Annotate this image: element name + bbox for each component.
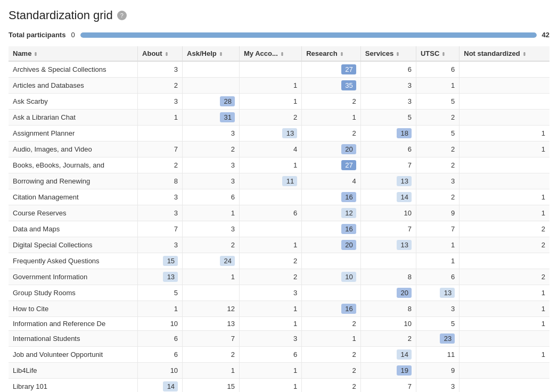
cell-not_std: 2 — [459, 221, 549, 237]
cell-utsc: 9 — [416, 363, 459, 379]
table-row: Job and Volunteer Opportunit626214111 — [9, 347, 549, 363]
cell-about: 7 — [138, 141, 183, 157]
col-header-name[interactable]: Name⇕ — [9, 46, 138, 61]
cell-myacco: 2 — [239, 110, 301, 126]
sort-icon: ⇕ — [396, 52, 400, 57]
cell-name: Job and Volunteer Opportunit — [9, 347, 138, 363]
progress-label: Total participants — [9, 31, 65, 39]
cell-not_std — [459, 61, 549, 78]
cell-services: 7 — [360, 379, 416, 393]
cell-name: Course Reserves — [9, 205, 138, 221]
col-header-not_standardized[interactable]: Not standardized⇕ — [459, 46, 549, 61]
col-header-about[interactable]: About⇕ — [138, 46, 183, 61]
cell-not_std — [459, 94, 549, 110]
table-row: Course Reserves316121091 — [9, 205, 549, 221]
cell-utsc: 1 — [416, 78, 459, 94]
cell-utsc: 3 — [416, 173, 459, 189]
cell-not_std — [459, 379, 549, 393]
cell-myacco: 6 — [239, 205, 301, 221]
cell-about: 3 — [138, 61, 183, 78]
progress-min: 0 — [71, 31, 75, 39]
cell-myacco: 1 — [239, 157, 301, 173]
sort-icon: ⇕ — [34, 52, 38, 57]
cell-services: 10 — [360, 317, 416, 331]
table-row: Ask Scarby3281235 — [9, 94, 549, 110]
cell-askhelp: 2 — [183, 347, 240, 363]
col-header-myacco[interactable]: My Acco...⇕ — [239, 46, 301, 61]
col-header-utsc[interactable]: UTSC⇕ — [416, 46, 459, 61]
cell-research: 12 — [302, 205, 361, 221]
sort-icon: ⇕ — [280, 52, 284, 57]
cell-not_std: 2 — [459, 269, 549, 285]
cell-myacco: 1 — [239, 379, 301, 393]
cell-about: 3 — [138, 205, 183, 221]
col-header-askhelp[interactable]: Ask/Help⇕ — [183, 46, 240, 61]
help-icon[interactable]: ? — [117, 11, 127, 20]
cell-utsc: 13 — [416, 285, 459, 301]
col-header-services[interactable]: Services⇕ — [360, 46, 416, 61]
cell-about: 3 — [138, 237, 183, 253]
cell-askhelp: 1 — [183, 269, 240, 285]
cell-services: 10 — [360, 205, 416, 221]
cell-utsc: 2 — [416, 157, 459, 173]
cell-myacco — [239, 61, 301, 78]
cell-utsc: 11 — [416, 347, 459, 363]
cell-research — [302, 253, 361, 269]
cell-name: Data and Maps — [9, 221, 138, 237]
cell-name: International Students — [9, 331, 138, 347]
cell-about: 10 — [138, 363, 183, 379]
standardization-table: Name⇕About⇕Ask/Help⇕My Acco...⇕Research⇕… — [9, 46, 549, 392]
cell-research: 2 — [302, 347, 361, 363]
cell-askhelp: 2 — [183, 141, 240, 157]
cell-name: Information and Reference De — [9, 317, 138, 331]
cell-not_std — [459, 173, 549, 189]
table-row: Group Study Rooms5320131 — [9, 285, 549, 301]
cell-myacco: 6 — [239, 347, 301, 363]
cell-askhelp — [183, 285, 240, 301]
cell-research: 1 — [302, 110, 361, 126]
cell-not_std — [459, 110, 549, 126]
progress-section: Total participants 0 42 — [9, 31, 549, 39]
table-row: Articles and Databases213531 — [9, 78, 549, 94]
cell-not_std: 2 — [459, 237, 549, 253]
sort-icon: ⇕ — [340, 52, 344, 57]
cell-about: 1 — [138, 110, 183, 126]
cell-name: Ask a Librarian Chat — [9, 110, 138, 126]
cell-myacco: 1 — [239, 237, 301, 253]
cell-utsc: 3 — [416, 301, 459, 317]
cell-research: 2 — [302, 94, 361, 110]
col-header-research[interactable]: Research⇕ — [302, 46, 361, 61]
table-row: How to Cite112116831 — [9, 301, 549, 317]
cell-myacco: 1 — [239, 317, 301, 331]
table-row: Lib4Life10112199 — [9, 363, 549, 379]
cell-research: 2 — [302, 363, 361, 379]
cell-askhelp: 12 — [183, 301, 240, 317]
cell-not_std — [459, 331, 549, 347]
cell-utsc: 2 — [416, 110, 459, 126]
table-container: Name⇕About⇕Ask/Help⇕My Acco...⇕Research⇕… — [9, 46, 549, 392]
cell-about — [138, 126, 183, 141]
cell-about: 2 — [138, 157, 183, 173]
cell-research: 1 — [302, 331, 361, 347]
cell-utsc: 1 — [416, 253, 459, 269]
cell-name: Assignment Planner — [9, 126, 138, 141]
cell-name: Library 101 — [9, 379, 138, 393]
cell-askhelp: 3 — [183, 157, 240, 173]
cell-utsc: 9 — [416, 205, 459, 221]
cell-services: 14 — [360, 347, 416, 363]
cell-about: 5 — [138, 285, 183, 301]
cell-myacco: 3 — [239, 331, 301, 347]
cell-askhelp — [183, 78, 240, 94]
cell-utsc: 6 — [416, 61, 459, 78]
cell-research: 16 — [302, 189, 361, 205]
cell-utsc: 1 — [416, 237, 459, 253]
sort-icon: ⇕ — [219, 52, 223, 57]
cell-utsc: 23 — [416, 331, 459, 347]
cell-myacco: 11 — [239, 173, 301, 189]
cell-name: Books, eBooks, Journals, and — [9, 157, 138, 173]
cell-name: Audio, Images, and Video — [9, 141, 138, 157]
table-row: Information and Reference De1013121051 — [9, 317, 549, 331]
cell-about: 13 — [138, 269, 183, 285]
cell-services: 7 — [360, 157, 416, 173]
sort-icon: ⇕ — [522, 52, 527, 57]
